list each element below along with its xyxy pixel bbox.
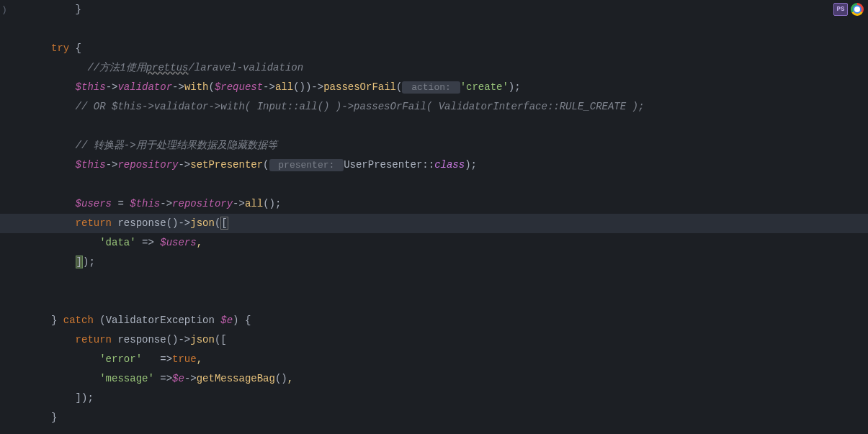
code-line (0, 175, 868, 194)
code-line (0, 272, 868, 291)
code-line: $this->validator->with($request->all())-… (0, 78, 868, 97)
code-line: } (0, 0, 868, 19)
bracket-match: ] (76, 256, 83, 268)
parameter-hint: presenter: (269, 159, 344, 171)
code-line: } (0, 408, 868, 428)
code-line (0, 291, 868, 311)
try-keyword: try (51, 42, 69, 54)
code-line: try { (0, 39, 868, 58)
parameter-hint: action: (402, 81, 460, 94)
code-line: } catch (ValidatorException $e) { (0, 311, 868, 330)
code-line: ]); (0, 389, 868, 408)
code-editor[interactable]: } try { //方法1使用prettus/laravel-validatio… (0, 0, 868, 428)
code-line (0, 117, 868, 136)
code-line-current: return response()->json([ (0, 214, 868, 233)
code-line: 'error' =>true, (0, 350, 868, 369)
code-line: 'data' => $users, (0, 233, 868, 253)
code-line: $users = $this->repository->all(); (0, 194, 868, 214)
code-line (0, 19, 868, 39)
code-line: ]); (0, 253, 868, 272)
code-line: //方法1使用prettus/laravel-validation (0, 58, 868, 78)
bracket-cursor: [ (220, 217, 228, 230)
code-line: 'message' =>$e->getMessageBag(), (0, 369, 868, 389)
code-line: $this->repository->setPresenter( present… (0, 155, 868, 175)
code-line: // OR $this->validator->with( Input::all… (0, 97, 868, 117)
catch-keyword: catch (63, 315, 94, 326)
code-line: return response()->json([ (0, 330, 868, 350)
code-line: // 转换器->用于处理结果数据及隐藏数据等 (0, 136, 868, 155)
